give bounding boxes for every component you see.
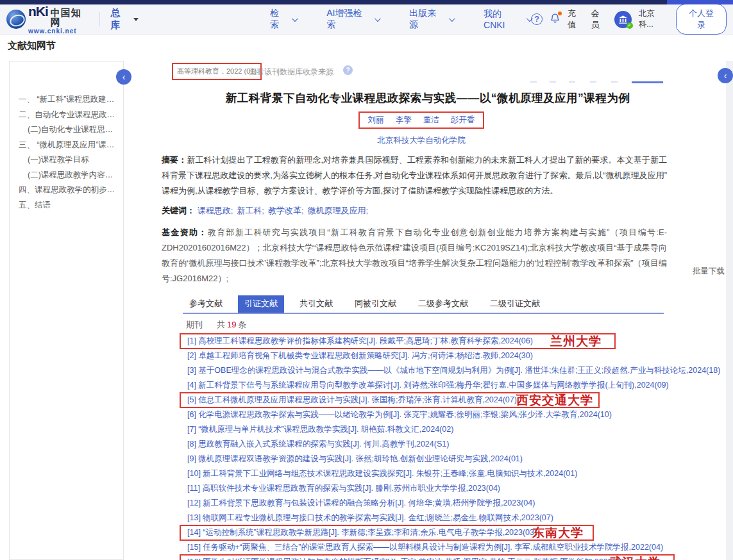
- cnki-logo[interactable]: nKi 中国知网 www.cnki.net: [6, 4, 90, 35]
- toc-item-5[interactable]: (二)课程思政教学内容设计: [19, 168, 118, 183]
- annotation-label: 东南大学: [532, 525, 584, 541]
- author-link-3[interactable]: 彭开香: [451, 115, 475, 126]
- list-type-label: 期刊: [186, 320, 203, 329]
- cnki-brand-name: 中国知网: [51, 8, 91, 27]
- citation-link-14[interactable]: [14] “运动控制系统”课程思政教学新思路[J]. 李新德;李呈森;李和清;余…: [187, 527, 537, 538]
- citation-link-6[interactable]: [6] 化学电源课程思政教学探索与实践——以绪论教学为例[J]. 张克宇;姚耀春…: [187, 409, 612, 420]
- nav-item-2[interactable]: 出版来源: [409, 8, 453, 31]
- keyword-link-0[interactable]: 课程思政;: [198, 206, 233, 215]
- toc-item-1[interactable]: 二、自动化专业课程思政设计: [19, 108, 118, 123]
- journal-help-icon[interactable]: ?: [343, 65, 353, 75]
- keyword-link-3[interactable]: 微机原理及应用;: [308, 206, 369, 215]
- affiliation-row: 北京科技大学自动化学院: [142, 134, 726, 146]
- right-gutter: [726, 61, 733, 560]
- notification-dot: [558, 12, 562, 15]
- toc-item-7[interactable]: 五、结语: [19, 198, 118, 213]
- caret-down-icon: [133, 18, 139, 21]
- citation-link-16[interactable]: [16] 医学生对循证医学课程思政认知与态度的横断面研究[J]. 王宇;曾宪涛;…: [187, 557, 627, 560]
- citation-link-9[interactable]: [9] 微机原理课程双语教学资源的建设与实践[J]. 张然;胡玲艳.创新创业理论…: [187, 454, 523, 465]
- header-actions: ? 充值 会员 ✓ 北京科... 个人登录: [531, 4, 727, 35]
- tab-1[interactable]: 引证文献: [238, 295, 284, 313]
- recharge-link[interactable]: 充值: [568, 8, 584, 31]
- citation-tabs: 参考文献引证文献共引文献同被引文献二级参考文献二级引证文献: [183, 295, 664, 314]
- fund-row: 基金资助：教育部新工科研究与实践项目“新工科教育背景下自动化专业创意创新创业能力…: [162, 225, 667, 286]
- keywords-label: 关键词：: [162, 206, 195, 215]
- notification-bell-icon[interactable]: [550, 13, 560, 26]
- institution-avatar[interactable]: ✓: [614, 11, 632, 28]
- chevron-down-icon: [375, 15, 381, 22]
- abstract: 摘要：新工科计划提出了工程教育的新理念,对培养兼具国际视野、工程素养和创新能力的…: [162, 152, 667, 199]
- nav-item-1[interactable]: AI增强检索: [326, 8, 379, 31]
- faded-toolbar-item: [611, 81, 618, 83]
- toc-item-3[interactable]: 三、 “微机原理及应用”课程思...: [19, 138, 118, 153]
- citation-link-13[interactable]: [13] 物联网工程专业微机原理与接口技术的教学探索与实践[J]. 金红;谢晓兰…: [187, 513, 553, 523]
- fund-text: 教育部新工科研究与实践项目“新工科教育背景下自动化专业创意创新创业能力培养方案构…: [162, 227, 667, 283]
- header-nav: 检索AI增强检索出版来源我的CNKI: [270, 8, 531, 31]
- citation-row-10: [10] 新工科背景下工业网络与组态技术课程思政建设实践探究[J]. 朱银芬;王…: [183, 466, 726, 481]
- nav-item-3[interactable]: 我的CNKI: [484, 8, 531, 31]
- author-link-0[interactable]: 刘丽: [368, 115, 384, 126]
- citation-row-4: [4] 新工科背景下信号与系统课程应用导向型教学改革探讨[J]. 刘诗然;张印强…: [183, 378, 726, 393]
- authors-annotation-box: 刘丽李擎董洁彭开香: [358, 111, 485, 129]
- citation-link-10[interactable]: [10] 新工科背景下工业网络与组态技术课程思政建设实践探究[J]. 朱银芬;王…: [187, 468, 577, 479]
- citation-row-11: [11] 高职软件技术专业课程思政教育的探索与实践[J]. 滕刚.苏州市职业大学…: [183, 481, 726, 496]
- site-header: nKi 中国知网 www.cnki.net 总库 检索AI增强检索出版来源我的C…: [0, 4, 733, 35]
- faded-toolbar-item: [590, 81, 596, 83]
- affiliation-link[interactable]: 北京科技大学自动化学院: [377, 136, 466, 145]
- citation-link-11[interactable]: [11] 高职软件技术专业课程思政教育的探索与实践[J]. 滕刚.苏州市职业大学…: [187, 483, 500, 494]
- faded-toolbar-item: [569, 81, 575, 83]
- citation-row-5: [5] 信息工科微机原理及应用课程思政设计与实践[J]. 张国梅;乔瑞萍;张育.…: [183, 393, 726, 408]
- library-switcher[interactable]: 总库: [110, 7, 139, 31]
- tab-3[interactable]: 同被引文献: [348, 295, 403, 313]
- tab-0[interactable]: 参考文献: [183, 295, 229, 313]
- fund-label: 基金资助：: [162, 227, 208, 237]
- citation-link-5[interactable]: [5] 信息工科微机原理及应用课程思政设计与实践[J]. 张国梅;乔瑞萍;张育.…: [187, 395, 517, 406]
- citation-link-7[interactable]: [7] “微机原理与单片机技术”课程思政教学实践[J]. 胡艳茹.科教文汇,20…: [187, 424, 453, 435]
- toc-item-4[interactable]: (一)课程教学目标: [19, 152, 118, 168]
- toc-list: 一、 “新工科”课程思政建设的...二、自动化专业课程思政设计(二)自动化专业课…: [10, 62, 123, 213]
- author-link-1[interactable]: 李擎: [396, 115, 412, 126]
- citation-row-15: [15] 任务驱动+“两聚焦、三结合”的课堂思政育人探索——以塑料模具设计与制造…: [183, 540, 726, 555]
- right-panel-collapse-button[interactable]: ‹: [718, 68, 733, 83]
- nav-item-0[interactable]: 检索: [270, 8, 296, 31]
- member-link[interactable]: 会员: [591, 8, 608, 31]
- citation-row-13: [13] 物联网工程专业微机原理与接口技术的教学探索与实践[J]. 金红;谢晓兰…: [183, 511, 726, 525]
- cnki-globe-icon: [6, 10, 26, 29]
- citation-link-2[interactable]: [2] 卓越工程师培育视角下机械类专业课程思政创新策略研究[J]. 冯方;何诗洋…: [187, 350, 533, 361]
- keywords-row: 关键词： 课程思政;新工科;教学改革;微机原理及应用;: [162, 203, 667, 218]
- toc-item-6[interactable]: 四、课程思政教学的初步成效: [19, 183, 118, 198]
- result-count: 19: [227, 320, 236, 329]
- faded-toolbar-active-underline: [632, 81, 663, 83]
- cnki-logo-mark: nKi: [28, 4, 48, 18]
- author-link-2[interactable]: 董洁: [423, 115, 439, 126]
- toc-sidebar: 一、 “新工科”课程思政建设的...二、自动化专业课程思政设计(二)自动化专业课…: [9, 61, 124, 560]
- citation-link-4[interactable]: [4] 新工科背景下信号与系统课程应用导向型教学改革探讨[J]. 刘诗然;张印强…: [187, 380, 669, 391]
- tab-5[interactable]: 二级引证文献: [484, 295, 546, 313]
- institution-building-icon: [618, 15, 628, 24]
- annotation-label: 兰州大学: [550, 333, 602, 350]
- toc-item-0[interactable]: 一、 “新工科”课程思政建设的...: [19, 92, 118, 108]
- citation-link-12[interactable]: [12] 新工科背景下思政教育与包装设计课程的融合策略分析[J]. 何培华;黄璜…: [187, 498, 535, 509]
- citation-link-15[interactable]: [15] 任务驱动+“两聚焦、三结合”的课堂思政育人探索——以塑料模具设计与制造…: [187, 542, 663, 553]
- toc-item-2[interactable]: (二)自动化专业课程思政实施...: [19, 122, 118, 138]
- personal-login-button[interactable]: 个人登录: [676, 4, 727, 35]
- sidebar-collapse-button[interactable]: ‹: [116, 69, 131, 85]
- batch-download-link[interactable]: 批量下载: [693, 266, 725, 277]
- tab-2[interactable]: 共引文献: [293, 295, 339, 313]
- journal-name[interactable]: 高等理科教育．2022 (01): [177, 67, 257, 76]
- citation-row-16: [16] 医学生对循证医学课程思政认知与态度的横断面研究[J]. 王宇;曾宪涛;…: [183, 555, 726, 560]
- annotation-label: 西安交通大学: [516, 392, 593, 409]
- citation-link-8[interactable]: [8] 思政教育融入嵌入式系统课程的探索与实践[J]. 何川.高教学刊,2024…: [187, 439, 449, 450]
- chevron-down-icon: [292, 15, 298, 22]
- keyword-link-2[interactable]: 教学改革;: [268, 206, 304, 215]
- help-icon[interactable]: ?: [531, 13, 543, 25]
- citation-link-3[interactable]: [3] 基于OBE理念的课程思政设计与混合式教学实践——以《城市地下空间规划与利…: [187, 365, 720, 376]
- keyword-link-1[interactable]: 新工科;: [237, 206, 264, 215]
- citation-link-1[interactable]: [1] 高校理工科课程思政教学评价指标体系建构研究[J]. 段戴平;高思琦;丁林…: [187, 336, 533, 347]
- citation-list: [1] 高校理工科课程思政教学评价指标体系建构研究[J]. 段戴平;高思琦;丁林…: [142, 334, 726, 560]
- abstract-label: 摘要：: [162, 155, 187, 165]
- tab-4[interactable]: 二级参考文献: [412, 295, 475, 313]
- cnki-url: www.cnki.net: [28, 28, 90, 35]
- breadcrumb: 文献知网节: [8, 40, 56, 52]
- journal-source-link[interactable]: 查看该刊数据库收录来源: [249, 67, 333, 78]
